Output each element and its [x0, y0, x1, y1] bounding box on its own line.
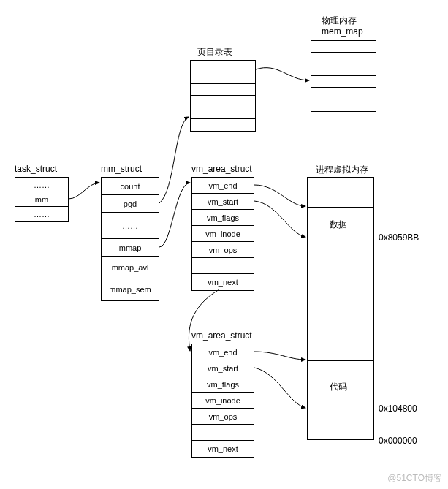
code-region-label: 代码 [330, 381, 347, 393]
vma-row-vm-start: vm_start [192, 360, 254, 376]
proc-vm-title: 进程虚拟内存 [316, 164, 368, 176]
vma-row-vm-inode: vm_inode [192, 393, 254, 409]
task-struct-box: …… mm …… [15, 177, 69, 222]
vm-area-struct-label-2: vm_area_struct [191, 330, 252, 341]
grid-row [191, 119, 255, 131]
vma-row-vm-start: vm_start [192, 194, 254, 210]
vma-row-vm-flags: vm_flags [192, 210, 254, 226]
proc-vm-box: 数据 代码 [307, 177, 374, 440]
mm-row-mmap-sem: mmap_sem [102, 278, 159, 300]
grid-row [311, 64, 376, 76]
mm-row-mmap: mmap [102, 239, 159, 257]
addr-mid: 0x104800 [379, 403, 417, 414]
grid-row [191, 84, 255, 96]
vm-area-struct-label-1: vm_area_struct [191, 164, 252, 174]
mm-row-mmap-avl: mmap_avl [102, 257, 159, 278]
grid-row [311, 99, 376, 111]
watermark: @51CTO博客 [387, 472, 442, 485]
mem-map-box [311, 40, 376, 112]
grid-row [311, 88, 376, 99]
task-row-mm: mm [15, 192, 68, 207]
grid-row [311, 41, 376, 53]
vma-row-blank [192, 425, 254, 441]
vma-row-vm-end: vm_end [192, 178, 254, 194]
addr-high: 0x8059BB [379, 232, 419, 243]
vma-row-vm-next: vm_next [192, 274, 254, 290]
page-dir-box [190, 60, 256, 132]
vma-row-vm-flags: vm_flags [192, 376, 254, 393]
grid-row [191, 107, 255, 119]
vma-row-vm-ops: vm_ops [192, 242, 254, 258]
mm-struct-box: count pgd …… mmap mmap_avl mmap_sem [101, 177, 159, 301]
grid-row [311, 53, 376, 64]
task-row: …… [15, 178, 68, 192]
vm-area-struct-box-1: vm_end vm_start vm_flags vm_inode vm_ops… [191, 177, 254, 291]
phys-mem-title: 物理内存 [322, 15, 357, 27]
grid-row [191, 96, 255, 107]
vma-row-vm-end: vm_end [192, 344, 254, 360]
vma-row-vm-ops: vm_ops [192, 409, 254, 425]
mm-row-count: count [102, 178, 159, 195]
mm-row: …… [102, 213, 159, 239]
vma-row-vm-inode: vm_inode [192, 226, 254, 242]
grid-row [191, 61, 255, 72]
page-dir-label: 页目录表 [197, 46, 232, 58]
grid-row [191, 72, 255, 84]
data-region-label: 数据 [330, 219, 347, 231]
vm-area-struct-box-2: vm_end vm_start vm_flags vm_inode vm_ops… [191, 344, 254, 458]
vma-row-vm-next: vm_next [192, 441, 254, 457]
addr-low: 0x000000 [379, 436, 417, 446]
mm-struct-label: mm_struct [101, 164, 142, 174]
mem-map-label: mem_map [322, 26, 363, 37]
task-row: …… [15, 207, 68, 221]
task-struct-label: task_struct [15, 164, 57, 174]
grid-row [311, 76, 376, 88]
vma-row-blank [192, 258, 254, 274]
mm-row-pgd: pgd [102, 195, 159, 213]
